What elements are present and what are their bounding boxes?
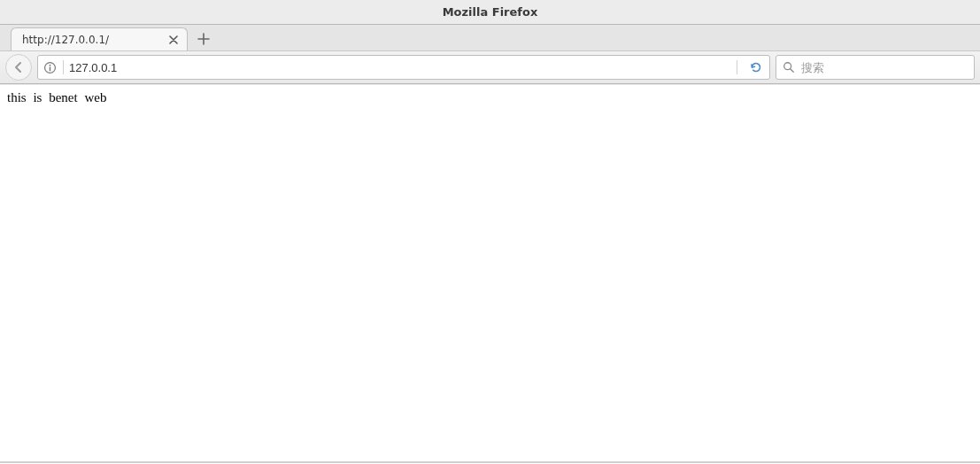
tab-active[interactable]: http://127.0.0.1/ [11, 27, 188, 50]
tab-strip: http://127.0.0.1/ [0, 25, 980, 51]
back-button[interactable] [5, 54, 32, 81]
reload-button[interactable] [746, 58, 766, 77]
urlbar-separator [737, 60, 737, 74]
search-input[interactable] [801, 61, 968, 74]
svg-point-3 [784, 63, 791, 70]
tab-title: http://127.0.0.1/ [22, 34, 167, 46]
page-body-text: this is benet web [7, 90, 106, 104]
new-tab-button[interactable] [193, 28, 214, 50]
site-info-icon[interactable] [42, 59, 58, 75]
window-title: Mozilla Firefox [443, 5, 538, 19]
window-bottom-border [0, 461, 980, 463]
url-input[interactable] [69, 56, 728, 79]
search-icon [782, 60, 796, 74]
urlbar-separator [63, 60, 64, 74]
svg-line-4 [791, 69, 793, 72]
close-tab-icon[interactable] [167, 34, 180, 46]
search-bar[interactable] [776, 55, 975, 80]
url-bar[interactable] [37, 55, 770, 80]
page-viewport: this is benet web [0, 84, 980, 461]
svg-rect-2 [49, 66, 50, 71]
nav-toolbar [0, 51, 980, 84]
svg-point-1 [49, 64, 50, 66]
window-titlebar: Mozilla Firefox [0, 0, 980, 25]
